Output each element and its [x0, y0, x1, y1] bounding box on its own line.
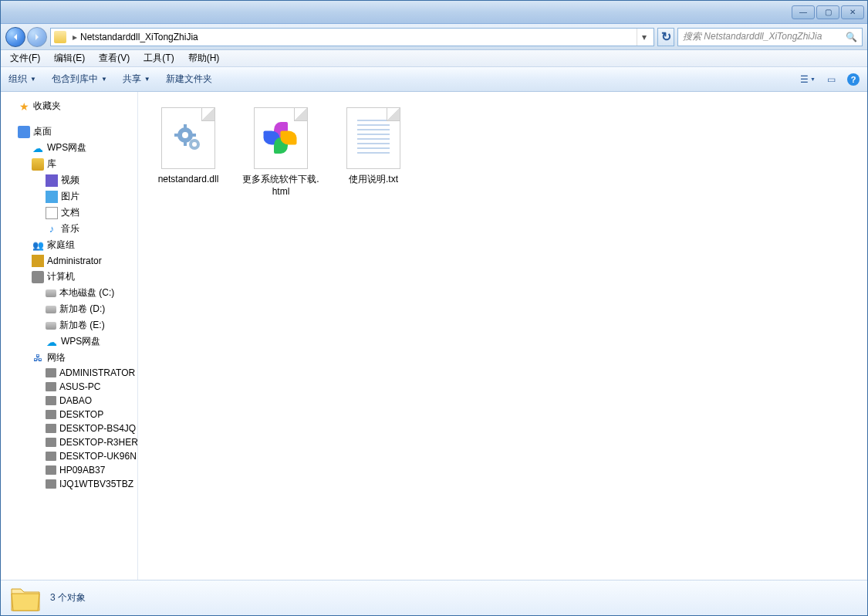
menu-view[interactable]: 查看(V) [93, 50, 136, 66]
nav-toolbar: ▸ Netstandarddll_XiTongZhiJia ▾ ↻ 搜索 Net… [1, 24, 867, 50]
drive-icon [46, 306, 56, 313]
svg-rect-1 [184, 124, 187, 129]
titlebar: — ▢ ✕ [1, 1, 867, 24]
sidebar-net-item[interactable]: DESKTOP [1, 408, 137, 421]
organize-button[interactable]: 组织▼ [8, 73, 36, 86]
file-txt[interactable]: 使用说明.txt [331, 104, 416, 201]
sidebar-pictures[interactable]: 图片 [1, 188, 137, 205]
desktop-icon [18, 126, 30, 138]
sidebar-drive-e[interactable]: 新加卷 (E:) [1, 317, 137, 333]
views-button[interactable]: ☰▼ [801, 73, 815, 86]
cloud-icon: ☁ [46, 336, 58, 348]
sidebar-net-item[interactable]: DESKTOP-UK96N [1, 449, 137, 463]
svg-rect-2 [184, 141, 187, 146]
dll-icon [161, 107, 215, 169]
sidebar-videos[interactable]: 视频 [1, 172, 137, 188]
menu-file[interactable]: 文件(F) [4, 50, 46, 66]
user-icon [32, 255, 44, 267]
pc-icon [46, 424, 56, 433]
sidebar-wps2[interactable]: ☁ WPS网盘 [1, 333, 137, 350]
svg-point-5 [182, 132, 188, 138]
sidebar-documents[interactable]: 文档 [1, 205, 137, 221]
cloud-icon: ☁ [32, 142, 44, 154]
back-button[interactable] [5, 27, 25, 47]
sidebar-admin[interactable]: Administrator [1, 253, 137, 269]
folder-icon [54, 31, 66, 43]
html-icon [254, 107, 308, 169]
file-list[interactable]: netstandard.dll 更多系统软件下载.html 使用说 [138, 92, 867, 580]
document-icon [46, 207, 58, 219]
menu-tools[interactable]: 工具(T) [137, 50, 180, 66]
homegroup-icon: 👥 [32, 239, 44, 252]
address-dropdown[interactable]: ▾ [637, 29, 650, 46]
navigation-pane[interactable]: ★ 收藏夹 桌面 ☁ WPS网盘 库 视频 图片 [1, 92, 138, 580]
pc-icon [46, 368, 56, 377]
sidebar-desktop[interactable]: 桌面 [1, 124, 137, 140]
pc-icon [46, 452, 56, 461]
sidebar-drive-d[interactable]: 新加卷 (D:) [1, 301, 137, 317]
pc-icon [46, 438, 56, 447]
pc-icon [46, 465, 56, 475]
explorer-window: — ▢ ✕ ▸ Netstandarddll_XiTongZhiJia ▾ ↻ … [0, 0, 868, 616]
sidebar-net-item[interactable]: ADMINISTRATOR [1, 366, 137, 380]
pc-icon [46, 410, 56, 419]
menu-edit[interactable]: 编辑(E) [48, 50, 91, 66]
drive-icon [46, 322, 56, 330]
sidebar-net-item[interactable]: DESKTOP-BS4JQ [1, 421, 137, 435]
new-folder-button[interactable]: 新建文件夹 [166, 73, 212, 86]
video-icon [46, 174, 58, 187]
share-button[interactable]: 共享▼ [123, 73, 150, 86]
search-placeholder: 搜索 Netstandarddll_XiTongZhiJia [683, 30, 822, 43]
sidebar-drive-c[interactable]: 本地磁盘 (C:) [1, 285, 137, 301]
sidebar-computer[interactable]: 计算机 [1, 269, 137, 285]
address-bar[interactable]: ▸ Netstandarddll_XiTongZhiJia ▾ [50, 28, 654, 46]
menubar: 文件(F) 编辑(E) 查看(V) 工具(T) 帮助(H) [1, 50, 867, 67]
include-library-button[interactable]: 包含到库中▼ [52, 73, 107, 86]
help-icon[interactable]: ? [847, 73, 860, 86]
sidebar-music[interactable]: ♪ 音乐 [1, 221, 137, 237]
forward-button[interactable] [27, 27, 47, 47]
sidebar-net-item[interactable]: DESKTOP-R3HER [1, 435, 137, 449]
sidebar-net-item[interactable]: HP09AB37 [1, 463, 137, 477]
file-dll[interactable]: netstandard.dll [146, 104, 231, 201]
file-html[interactable]: 更多系统软件下载.html [238, 104, 323, 201]
svg-rect-4 [191, 134, 196, 137]
sidebar-net-item[interactable]: ASUS-PC [1, 380, 137, 394]
preview-pane-button[interactable]: ▭ [824, 73, 838, 86]
refresh-button[interactable]: ↻ [657, 28, 674, 46]
command-toolbar: 组织▼ 包含到库中▼ 共享▼ 新建文件夹 ☰▼ ▭ ? [1, 67, 867, 92]
sidebar-network[interactable]: 🖧 网络 [1, 350, 137, 366]
sidebar-wps[interactable]: ☁ WPS网盘 [1, 140, 137, 156]
search-icon: 🔍 [846, 32, 857, 42]
explorer-body: ★ 收藏夹 桌面 ☁ WPS网盘 库 视频 图片 [1, 92, 867, 580]
svg-point-7 [192, 142, 197, 147]
svg-rect-3 [174, 134, 179, 137]
star-icon: ★ [18, 100, 30, 113]
sidebar-net-item[interactable]: IJQ1WTBV35TBZ [1, 477, 137, 491]
txt-icon [346, 107, 400, 169]
sidebar-favorites[interactable]: ★ 收藏夹 [1, 98, 137, 114]
sidebar-net-item[interactable]: DABAO [1, 394, 137, 408]
file-name: 更多系统软件下载.html [241, 174, 320, 198]
drive-icon [46, 289, 56, 297]
file-name: netstandard.dll [158, 174, 219, 186]
maximize-button[interactable]: ▢ [816, 5, 839, 19]
minimize-button[interactable]: — [792, 5, 815, 19]
breadcrumb-folder[interactable]: Netstandarddll_XiTongZhiJia [80, 32, 198, 42]
status-text: 3 个对象 [50, 591, 86, 604]
search-input[interactable]: 搜索 Netstandarddll_XiTongZhiJia 🔍 [677, 28, 863, 46]
library-icon [32, 158, 44, 171]
close-button[interactable]: ✕ [841, 5, 864, 19]
picture-icon [46, 191, 58, 203]
folder-icon [10, 584, 41, 612]
sidebar-homegroup[interactable]: 👥 家庭组 [1, 237, 137, 253]
pc-icon [46, 479, 56, 489]
sidebar-libraries[interactable]: 库 [1, 156, 137, 172]
network-icon: 🖧 [32, 352, 44, 364]
music-icon: ♪ [46, 223, 58, 235]
computer-icon [32, 271, 44, 283]
pc-icon [46, 382, 56, 391]
breadcrumb-sep: ▸ [73, 32, 77, 42]
menu-help[interactable]: 帮助(H) [182, 50, 226, 66]
pc-icon [46, 396, 56, 405]
